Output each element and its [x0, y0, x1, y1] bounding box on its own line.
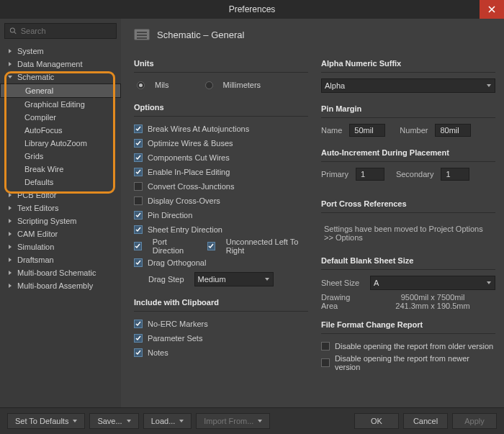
tree-label: Data Management: [17, 60, 83, 68]
chk-drag-orthogonal[interactable]: [134, 258, 143, 267]
section-clipboard: Include with Clipboard: [134, 294, 308, 312]
tree-item-graphical-editing[interactable]: Graphical Editing: [0, 98, 121, 111]
chevron-down-icon: [486, 83, 492, 89]
chk-break-wires[interactable]: [134, 125, 143, 133]
section-portcross: Port Cross References: [321, 195, 495, 213]
chk-sheet-entry[interactable]: [134, 225, 143, 234]
cancel-button[interactable]: Cancel: [403, 413, 448, 429]
chk-convert-cross[interactable]: [134, 182, 143, 191]
chk-display-cross[interactable]: [134, 196, 143, 205]
search-box[interactable]: [4, 23, 117, 39]
secondary-input[interactable]: [441, 168, 469, 181]
chevron-down-icon: [486, 280, 492, 286]
sheet-size-label: Sheet Size: [321, 279, 363, 287]
tree-item-cam-editor[interactable]: CAM Editor: [0, 227, 121, 240]
opt-label: Pin Direction: [148, 211, 192, 220]
tree-item-system[interactable]: System: [0, 45, 121, 58]
save-button[interactable]: Save...: [89, 413, 138, 429]
primary-input[interactable]: [356, 168, 384, 181]
load-button[interactable]: Load...: [143, 413, 192, 429]
sidebar: System Data Management Schematic General…: [0, 19, 121, 407]
secondary-label: Secondary: [396, 170, 434, 178]
pin-number-input[interactable]: [435, 124, 471, 137]
ff-newer-label: Disable opening the report from newer ve…: [335, 354, 495, 371]
tree-item-data-management[interactable]: Data Management: [0, 58, 121, 71]
label-mils: Mils: [155, 81, 169, 89]
opt-label: Break Wires At Autojunctions: [148, 125, 249, 133]
chk-inplace-edit[interactable]: [134, 168, 143, 176]
tree-label: Library AutoZoom: [24, 139, 87, 148]
tree-item-library-autozoom[interactable]: Library AutoZoom: [0, 137, 121, 150]
alpha-select[interactable]: Alpha: [321, 78, 495, 93]
chk-paramsets[interactable]: [134, 334, 143, 343]
radio-mils[interactable]: [137, 81, 145, 89]
tree-label: Graphical Editing: [24, 100, 85, 109]
chk-newer[interactable]: [321, 358, 330, 367]
search-input[interactable]: [21, 27, 112, 35]
chk-pin-direction[interactable]: [134, 211, 143, 220]
section-alpha: Alpha Numeric Suffix: [321, 55, 495, 73]
tree-item-autofocus[interactable]: AutoFocus: [0, 124, 121, 137]
chk-unconnected-lr[interactable]: [207, 242, 215, 250]
ok-button[interactable]: OK: [354, 413, 399, 429]
clip-label: Parameter Sets: [148, 334, 202, 343]
tree-item-break-wire[interactable]: Break Wire: [0, 163, 121, 176]
alpha-value: Alpha: [325, 81, 345, 90]
chk-port-direction[interactable]: [134, 242, 142, 250]
tree-label: Defaults: [24, 178, 53, 186]
tree-item-defaults[interactable]: Defaults: [0, 176, 121, 189]
tree-item-pcb-editor[interactable]: PCB Editor: [0, 189, 121, 202]
tree-label: Scripting System: [17, 217, 77, 225]
opt-label: Display Cross-Overs: [148, 196, 220, 205]
import-button[interactable]: Import From...: [196, 413, 270, 429]
chk-components-cut[interactable]: [134, 153, 143, 162]
tree-item-compiler[interactable]: Compiler: [0, 111, 121, 124]
pin-number-label: Number: [400, 126, 428, 135]
tree-label: Break Wire: [24, 165, 63, 173]
tree-label: Simulation: [17, 243, 54, 251]
tree-item-text-editors[interactable]: Text Editors: [0, 202, 121, 214]
tree-label: Grids: [24, 152, 43, 161]
clip-label: No-ERC Markers: [148, 320, 208, 328]
chk-notes[interactable]: [134, 348, 143, 357]
sheet-size-value: A: [374, 279, 379, 287]
tree-item-multi-board-assembly[interactable]: Multi-board Assembly: [0, 279, 121, 292]
area-mm: 241.3mm x 190.5mm: [370, 302, 495, 310]
section-fileformat: File Format Change Report: [321, 316, 495, 334]
tree-label: CAM Editor: [17, 230, 58, 238]
content-pane: Schematic – General Units Mils Millimete…: [121, 19, 504, 407]
section-autoinc: Auto-Increment During Placement: [321, 144, 495, 162]
schematic-icon: [134, 29, 150, 40]
close-button[interactable]: [480, 0, 504, 19]
svg-line-1: [14, 32, 17, 34]
tree-label: System: [17, 47, 44, 55]
defaults-button[interactable]: Set To Defaults: [7, 413, 85, 429]
tree-label: Compiler: [24, 113, 56, 122]
chk-optimize-wires[interactable]: [134, 139, 143, 148]
apply-button[interactable]: Apply: [452, 413, 497, 429]
tree-item-scripting-system[interactable]: Scripting System: [0, 214, 121, 227]
area-px: 9500mil x 7500mil: [370, 293, 495, 302]
title-bar: Preferences: [0, 0, 504, 19]
tree-item-schematic[interactable]: Schematic: [0, 71, 121, 83]
chevron-down-icon: [264, 276, 270, 282]
chk-noerc[interactable]: [134, 320, 143, 328]
radio-millimeters[interactable]: [205, 81, 213, 89]
tree-item-multi-board-schematic[interactable]: Multi-board Schematic: [0, 266, 121, 279]
tree-item-grids[interactable]: Grids: [0, 150, 121, 163]
sheet-size-select[interactable]: A: [370, 276, 495, 290]
tree-item-simulation[interactable]: Simulation: [0, 240, 121, 253]
tree-item-draftsman[interactable]: Draftsman: [0, 253, 121, 266]
portcross-note: Settings have been moved to Project Opti…: [321, 219, 495, 248]
opt-label: Drag Orthogonal: [148, 258, 206, 267]
drag-step-label: Drag Step: [148, 275, 184, 284]
chk-older[interactable]: [321, 342, 330, 351]
opt-label: Sheet Entry Direction: [148, 225, 222, 234]
pin-name-label: Name: [321, 126, 342, 135]
tree-item-general[interactable]: General: [0, 83, 121, 98]
opt-label: Components Cut Wires: [148, 153, 230, 162]
drag-step-select[interactable]: Medium: [194, 272, 274, 286]
pin-name-input[interactable]: [349, 124, 385, 137]
tree-label: Draftsman: [17, 256, 54, 264]
button-bar: Set To Defaults Save... Load... Import F…: [0, 407, 504, 434]
